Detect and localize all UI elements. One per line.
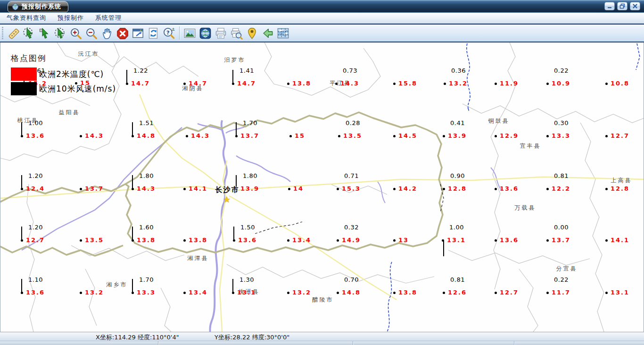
- point-dot: [289, 135, 292, 137]
- temperature-value: 14.9: [342, 236, 361, 244]
- temperature-value: 13.6: [238, 236, 257, 244]
- menu-item-system-management[interactable]: 系统管理: [95, 14, 122, 22]
- print-preview-button[interactable]: [229, 25, 244, 41]
- map-grid-button[interactable]: [275, 25, 291, 41]
- point-dot: [288, 188, 290, 190]
- temperature-value: 15.3: [342, 185, 361, 192]
- temperature-value: 14.7: [237, 80, 256, 87]
- temperature-value: 15.8: [398, 80, 417, 87]
- temperature-value: 14.3: [340, 80, 359, 87]
- title-bar: 预报制作系统: [0, 0, 644, 13]
- point-dot: [495, 239, 497, 242]
- globe-button[interactable]: [198, 25, 213, 41]
- temperature-value: 13.7: [552, 236, 570, 244]
- temperature-value: 13.8: [398, 289, 417, 296]
- temperature-value: 12.7: [611, 132, 629, 139]
- select-arrow-button[interactable]: [37, 25, 52, 41]
- image-export-button[interactable]: [182, 25, 198, 41]
- app-title: 预报制作系统: [22, 2, 61, 11]
- stop-button[interactable]: [115, 25, 130, 41]
- map-label: 湘乡市: [107, 281, 128, 289]
- wind-barb: [443, 241, 444, 256]
- temperature-value: 14: [293, 185, 304, 192]
- point-dot: [393, 188, 396, 190]
- map-canvas[interactable]: 沅江市汨罗市湘阴县平江县益阳县桃江县铜鼓县宜丰县上高县万载县湘潭县湘乡市株洲县醴…: [0, 42, 644, 332]
- point-dot: [495, 83, 497, 85]
- print-button[interactable]: [213, 25, 229, 41]
- temperature-value: 10.9: [552, 80, 570, 87]
- temperature-value: 15: [295, 132, 305, 139]
- point-dot: [393, 135, 396, 137]
- back-arrow-icon: [261, 27, 274, 40]
- map-label: 万载县: [515, 204, 536, 212]
- point-dot: [337, 292, 339, 294]
- point-dot: [393, 292, 396, 294]
- temperature-value: 13.3: [137, 289, 156, 296]
- close-icon: [632, 3, 638, 9]
- point-dot: [605, 83, 608, 85]
- map-label: 宜丰县: [520, 142, 541, 150]
- pan-hand-icon: [100, 27, 113, 40]
- temperature-value: 12.7: [26, 236, 45, 244]
- temperature-value: 13.2: [449, 80, 468, 87]
- menu-item-weather-data-query[interactable]: 气象资料查询: [7, 14, 46, 22]
- app-window: 预报制作系统 气象资料查询 预报制作 系统管理 ?±: [0, 0, 644, 345]
- select-circle-button[interactable]: [21, 25, 37, 41]
- select-lasso-button[interactable]: [52, 25, 68, 41]
- print-preview-icon: [230, 27, 243, 40]
- temperature-value: 13.9: [448, 132, 467, 139]
- legend-temperature-label: 欧洲2米温度(℃): [39, 69, 104, 80]
- select-lasso-icon: [54, 27, 66, 40]
- temperature-value: 13.5: [85, 236, 104, 244]
- temperature-value: 12.8: [448, 185, 467, 192]
- point-dot: [605, 135, 608, 137]
- point-dot: [605, 188, 608, 190]
- wind-speed-value: 1.22: [133, 67, 148, 74]
- rivers: [22, 120, 501, 332]
- measure-ruler-icon: [7, 27, 20, 40]
- globe-icon: [199, 27, 212, 40]
- wind-speed-value: 1.51: [139, 119, 154, 126]
- wind-speed-value: 1.70: [139, 276, 154, 283]
- select-arrow-icon: [38, 27, 51, 40]
- wind-speed-value: 0.22: [554, 67, 569, 74]
- wind-barb: [132, 227, 133, 240]
- temperature-value: 13.1: [237, 289, 256, 296]
- back-arrow-button[interactable]: [260, 25, 275, 41]
- minimize-button[interactable]: [604, 2, 615, 10]
- measure-ruler-button[interactable]: [6, 25, 21, 41]
- wind-speed-value: 0.36: [451, 67, 466, 74]
- wind-speed-value: 0.41: [450, 119, 465, 126]
- full-extent-button[interactable]: [130, 25, 146, 41]
- temperature-value: 12.7: [500, 289, 519, 296]
- pin-marker-icon: [246, 27, 258, 40]
- point-dot: [546, 135, 549, 137]
- pan-hand-button[interactable]: [99, 25, 115, 41]
- restore-button[interactable]: [617, 2, 627, 10]
- point-dot: [80, 239, 82, 242]
- pin-marker-button[interactable]: [244, 25, 260, 41]
- point-dot: [443, 292, 445, 294]
- toolbar-grip[interactable]: [2, 27, 3, 39]
- close-button[interactable]: [630, 2, 640, 10]
- city-boundary: [0, 112, 443, 256]
- temperature-value: 13.7: [240, 132, 259, 139]
- wind-speed-value: 0.70: [344, 276, 359, 283]
- temperature-value: 12.6: [448, 289, 467, 296]
- zoom-out-button[interactable]: [83, 25, 99, 41]
- identify-button[interactable]: ?±: [161, 25, 177, 41]
- wind-barb: [126, 70, 127, 83]
- menu-item-forecast-production[interactable]: 预报制作: [58, 14, 84, 22]
- app-tab[interactable]: 预报制作系统: [8, 1, 68, 12]
- point-dot: [337, 239, 339, 242]
- wind-barb: [21, 279, 22, 292]
- refresh-button[interactable]: [146, 25, 161, 41]
- wind-speed-value: 1.20: [28, 172, 43, 179]
- point-dot: [287, 83, 289, 85]
- zoom-in-button[interactable]: [68, 25, 83, 41]
- select-circle-icon: [23, 27, 35, 40]
- map-label: 汨罗市: [224, 56, 246, 64]
- point-dot: [183, 83, 186, 85]
- wind-speed-value: 0.28: [346, 119, 360, 126]
- point-dot: [287, 292, 289, 294]
